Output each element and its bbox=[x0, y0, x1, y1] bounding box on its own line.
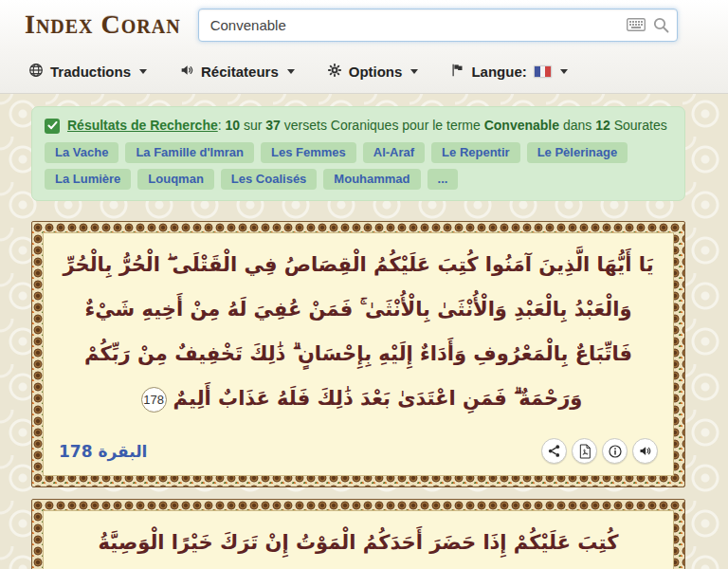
flag-icon bbox=[450, 63, 464, 81]
gear-icon bbox=[327, 63, 342, 81]
results-title-link[interactable]: Résultats de Recherche bbox=[67, 118, 218, 133]
nav-label: Traductions bbox=[50, 64, 131, 80]
pdf-icon[interactable] bbox=[572, 438, 597, 464]
results-total: 37 bbox=[265, 118, 281, 133]
sourate-tag[interactable]: Le Pèlerinage bbox=[527, 142, 628, 163]
verse-reference-link[interactable]: البقرة 178 bbox=[59, 442, 147, 461]
verse-number-badge: 178 bbox=[141, 387, 167, 413]
nav-item-options[interactable]: Options bbox=[327, 63, 419, 81]
summary-text: dans bbox=[559, 118, 595, 133]
sourate-tag[interactable]: Les Coalisés bbox=[221, 169, 318, 190]
arabic-text: كُتِبَ عَلَيْكُمْ إِذَا حَضَرَ أَحَدَكُم… bbox=[99, 531, 619, 569]
sourate-tag[interactable]: La Vache bbox=[45, 142, 118, 163]
french-flag-image bbox=[534, 65, 552, 78]
nav-label: Langue: bbox=[471, 64, 526, 80]
nav-item-langue[interactable]: Langue: bbox=[450, 63, 567, 81]
main-navbar: Traductions Récitateurs Options Langue: bbox=[0, 49, 728, 94]
sourate-tag[interactable]: Al-Araf bbox=[363, 142, 425, 163]
search-results-panel: Résultats de Recherche: 10 sur 37 verset… bbox=[31, 106, 685, 201]
logo[interactable]: Index Coran bbox=[25, 9, 181, 40]
search-term: Convenable bbox=[484, 118, 559, 133]
main-content: Résultats de Recherche: 10 sur 37 verset… bbox=[31, 94, 685, 569]
nav-label: Options bbox=[349, 64, 403, 80]
sourate-tag[interactable]: Louqman bbox=[137, 169, 214, 190]
sourate-tag[interactable]: Le Repentir bbox=[431, 142, 520, 163]
share-button[interactable] bbox=[541, 438, 567, 464]
verse-actions bbox=[541, 438, 658, 464]
search-icon[interactable] bbox=[653, 17, 669, 33]
top-header: Index Coran bbox=[0, 0, 728, 49]
nav-label: Récitateurs bbox=[201, 64, 279, 80]
summary-text: : bbox=[218, 118, 226, 133]
summary-text: sur bbox=[240, 118, 265, 133]
verse-arabic-text: يَا أَيُّهَا الَّذِينَ آمَنُوا كُتِبَ عَ… bbox=[57, 241, 660, 436]
verse-card: كُتِبَ عَلَيْكُمْ إِذَا حَضَرَ أَحَدَكُم… bbox=[31, 499, 685, 569]
summary-text: versets Coraniques pour le terme bbox=[281, 118, 484, 133]
results-count: 10 bbox=[226, 118, 241, 133]
audio-icon[interactable] bbox=[632, 438, 658, 464]
verse-card: يَا أَيُّهَا الَّذِينَ آمَنُوا كُتِبَ عَ… bbox=[31, 221, 685, 487]
nav-item-traductions[interactable]: Traductions bbox=[28, 63, 147, 81]
sourate-tag[interactable]: Les Femmes bbox=[261, 142, 356, 163]
keyboard-icon[interactable] bbox=[627, 18, 646, 31]
sourate-tag[interactable]: La Famille d'Imran bbox=[125, 142, 254, 163]
nav-item-recitateurs[interactable]: Récitateurs bbox=[179, 63, 295, 81]
chevron-down-icon bbox=[287, 69, 295, 74]
checked-checkbox-icon bbox=[45, 119, 60, 134]
info-button[interactable] bbox=[602, 438, 628, 464]
sourates-count: 12 bbox=[595, 118, 610, 133]
sourate-tag-list: La Vache La Famille d'Imran Les Femmes A… bbox=[45, 142, 672, 190]
speaker-icon bbox=[179, 63, 194, 81]
chevron-down-icon bbox=[139, 69, 147, 74]
chevron-down-icon bbox=[410, 69, 418, 74]
search-bar bbox=[198, 9, 678, 42]
sourate-tag[interactable]: Mouhammad bbox=[323, 169, 420, 190]
globe-icon bbox=[28, 63, 44, 81]
verse-arabic-text: كُتِبَ عَلَيْكُمْ إِذَا حَضَرَ أَحَدَكُم… bbox=[57, 519, 660, 569]
search-input[interactable] bbox=[198, 9, 678, 42]
sourate-tag-more[interactable]: ... bbox=[428, 169, 459, 190]
sourate-tag[interactable]: La Lumière bbox=[45, 169, 131, 190]
summary-text: Sourates bbox=[610, 118, 667, 133]
chevron-down-icon bbox=[560, 69, 568, 74]
